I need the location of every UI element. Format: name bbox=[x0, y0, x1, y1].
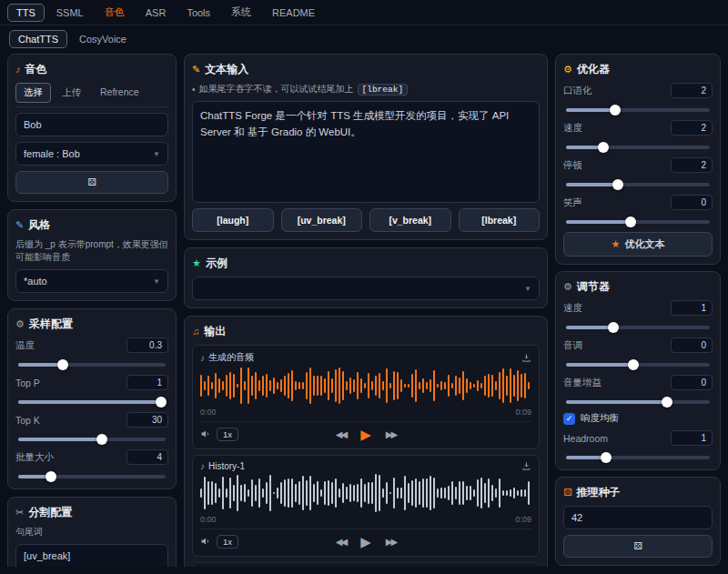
slider-track[interactable] bbox=[566, 456, 710, 459]
center-column: ✎ 文本输入 • 如果尾字吞字不读，可以试试结尾加上 [lbreak] Chat… bbox=[184, 54, 548, 567]
slider-value-input[interactable]: 0 bbox=[671, 195, 713, 210]
loudness-eq-checkbox[interactable]: ✓ 响度均衡 bbox=[563, 412, 713, 425]
transport-controls: ◀◀ ▶ ▶▶ bbox=[336, 535, 396, 549]
text-hint: • 如果尾字吞字不读，可以试试结尾加上 [lbreak] bbox=[192, 83, 540, 96]
voice-icon: ♪ bbox=[15, 65, 21, 75]
slider-thumb[interactable] bbox=[625, 217, 636, 227]
waveform-history-1[interactable] bbox=[200, 474, 531, 512]
playback-speed-button[interactable]: 1x bbox=[217, 428, 238, 441]
slider-value-input[interactable]: 1 bbox=[126, 375, 168, 390]
slider-thumb[interactable] bbox=[96, 434, 107, 445]
seed-input[interactable] bbox=[563, 506, 713, 529]
uv-break-token-button[interactable]: [uv_break] bbox=[281, 208, 363, 232]
download-icon[interactable] bbox=[521, 461, 531, 471]
slider-thumb[interactable] bbox=[608, 322, 619, 333]
tab-system[interactable]: 系统 bbox=[222, 2, 260, 23]
style-select-value: *auto bbox=[24, 276, 47, 287]
laugh-token-button[interactable]: [laugh] bbox=[192, 208, 274, 232]
text-input-area[interactable]: ChatTTS Forge 是一个针对 TTS 生成模型开发的项目，实现了 AP… bbox=[192, 101, 540, 203]
examples-select[interactable]: ▼ bbox=[192, 277, 540, 300]
slider-thumb[interactable] bbox=[46, 471, 56, 482]
tab-tts[interactable]: TTS bbox=[7, 4, 45, 22]
slider-track[interactable] bbox=[18, 363, 166, 367]
eos-label: 句尾词 bbox=[15, 526, 168, 539]
seed-panel-title: 推理种子 bbox=[577, 485, 621, 500]
temperature-slider: 温度 0.3 bbox=[15, 337, 168, 369]
random-voice-button[interactable]: ⚄ bbox=[15, 171, 168, 194]
slider-track[interactable] bbox=[18, 400, 166, 404]
slider-track[interactable] bbox=[18, 438, 166, 441]
slider-track[interactable] bbox=[18, 475, 166, 478]
slider-value-input[interactable]: 1 bbox=[671, 430, 713, 446]
tab-asr[interactable]: ASR bbox=[136, 4, 176, 22]
tab-readme[interactable]: README bbox=[263, 4, 324, 22]
dice-icon: ⚄ bbox=[87, 176, 96, 188]
volume-icon[interactable] bbox=[200, 536, 211, 549]
style-panel-header: ✎ 风格 bbox=[15, 217, 168, 233]
v-break-token-button[interactable]: [v_break] bbox=[369, 208, 451, 232]
time-labels: 0:00 0:09 bbox=[200, 515, 531, 524]
slider-value-input[interactable]: 1 bbox=[671, 300, 713, 316]
play-button[interactable]: ▶ bbox=[360, 535, 371, 549]
slider-value-input[interactable]: 2 bbox=[671, 120, 713, 136]
slider-track[interactable] bbox=[566, 363, 710, 367]
slider-thumb[interactable] bbox=[601, 452, 612, 463]
splitter-panel-title: 分割配置 bbox=[28, 505, 72, 520]
voice-tab-reference[interactable]: Refrence bbox=[92, 83, 147, 103]
slider-value-input[interactable]: 2 bbox=[671, 83, 713, 98]
random-seed-button[interactable]: ⚄ bbox=[563, 535, 713, 558]
slider-track[interactable] bbox=[566, 183, 710, 186]
skip-back-button[interactable]: ◀◀ bbox=[336, 429, 346, 439]
slider-value-input[interactable]: 0 bbox=[671, 337, 713, 353]
download-icon[interactable] bbox=[521, 353, 531, 363]
play-button[interactable]: ▶ bbox=[360, 428, 371, 441]
eos-input[interactable]: [uv_break] bbox=[15, 544, 168, 567]
skip-forward-button[interactable]: ▶▶ bbox=[386, 429, 396, 439]
lbreak-token-button[interactable]: [lbreak] bbox=[459, 208, 541, 232]
style-select[interactable]: *auto ▼ bbox=[15, 269, 168, 293]
voice-tab-upload[interactable]: 上传 bbox=[54, 83, 89, 103]
style-panel-title: 风格 bbox=[28, 217, 50, 233]
slider-value-input[interactable]: 0.3 bbox=[126, 337, 168, 353]
tab-chattts[interactable]: ChatTTS bbox=[9, 30, 67, 48]
gear-icon: ⚙ bbox=[563, 282, 572, 292]
slider-thumb[interactable] bbox=[598, 142, 609, 153]
tab-cosyvoice[interactable]: CosyVoice bbox=[70, 30, 136, 48]
slider-thumb[interactable] bbox=[156, 397, 167, 408]
slider-track[interactable] bbox=[566, 220, 710, 224]
break-slider: 停顿 2 bbox=[563, 157, 713, 189]
slider-track[interactable] bbox=[566, 326, 710, 329]
slider-thumb[interactable] bbox=[610, 105, 621, 116]
tab-ssml[interactable]: SSML bbox=[47, 4, 93, 22]
voice-tab-select[interactable]: 选择 bbox=[15, 83, 51, 103]
slider-thumb[interactable] bbox=[662, 397, 672, 408]
tab-voice[interactable]: 音色 bbox=[96, 2, 134, 23]
slider-value-input[interactable]: 4 bbox=[126, 449, 168, 465]
voice-select[interactable]: female : Bob ▼ bbox=[15, 142, 168, 166]
checkbox-checked-icon[interactable]: ✓ bbox=[563, 413, 575, 425]
slider-track[interactable] bbox=[566, 146, 710, 149]
skip-forward-button[interactable]: ▶▶ bbox=[386, 537, 396, 547]
time-end: 0:09 bbox=[515, 408, 531, 417]
slider-thumb[interactable] bbox=[628, 359, 639, 370]
waveform-generated[interactable] bbox=[200, 367, 531, 405]
skip-back-button[interactable]: ◀◀ bbox=[336, 537, 346, 547]
volume-icon[interactable] bbox=[200, 428, 211, 441]
playback-speed-button[interactable]: 1x bbox=[217, 535, 238, 549]
slider-value-input[interactable]: 2 bbox=[671, 157, 713, 173]
slider-thumb[interactable] bbox=[612, 179, 623, 190]
refine-text-button[interactable]: ★ 优化文本 bbox=[563, 232, 713, 257]
eos-label-text: 句尾词 bbox=[15, 526, 43, 539]
text-input-panel: ✎ 文本输入 • 如果尾字吞字不读，可以试试结尾加上 [lbreak] Chat… bbox=[184, 54, 548, 240]
star-icon: ★ bbox=[192, 258, 201, 268]
slider-track[interactable] bbox=[566, 108, 710, 112]
tab-tools[interactable]: Tools bbox=[177, 4, 219, 22]
slider-thumb[interactable] bbox=[57, 359, 68, 370]
style-hint: 后缀为 _p 表示带prompt，效果更强但可能影响音质 bbox=[15, 238, 168, 264]
slider-value-input[interactable]: 0 bbox=[671, 375, 713, 390]
chevron-down-icon: ▼ bbox=[153, 277, 160, 286]
slider-track[interactable] bbox=[566, 400, 710, 404]
player-controls: 1x ◀◀ ▶ ▶▶ bbox=[200, 421, 531, 443]
voice-name-input[interactable] bbox=[15, 113, 168, 136]
slider-value-input[interactable]: 30 bbox=[126, 412, 168, 428]
